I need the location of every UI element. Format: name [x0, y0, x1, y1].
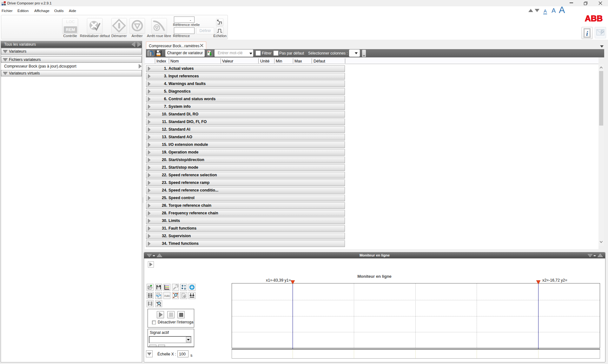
svg-text:Auto: Auto — [164, 294, 170, 297]
svg-text:x: x — [160, 304, 161, 307]
svg-text:i: i — [586, 29, 588, 37]
